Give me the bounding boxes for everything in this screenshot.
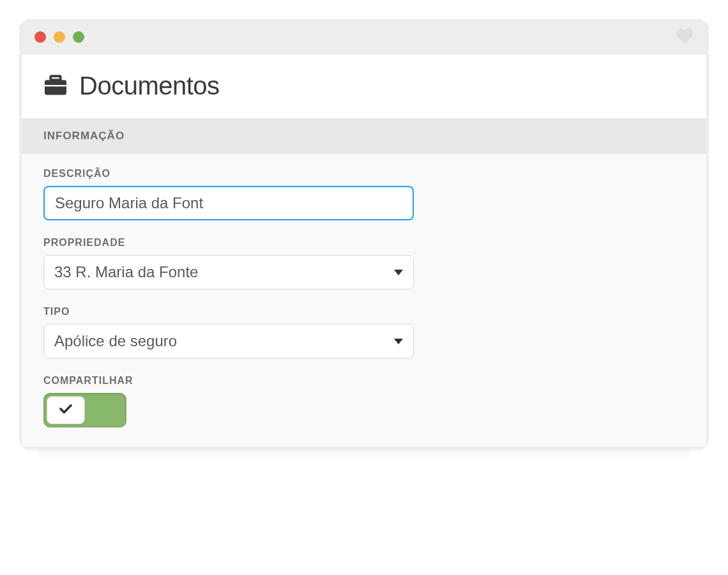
section-header: INFORMAÇÃO	[22, 118, 706, 154]
form-panel: INFORMAÇÃO DESCRIÇÃO PROPRIEDADE 33 R. M…	[22, 118, 706, 447]
form-body: DESCRIÇÃO PROPRIEDADE 33 R. Maria da Fon…	[22, 154, 706, 447]
close-window-button[interactable]	[34, 31, 46, 43]
chevron-down-icon	[394, 339, 403, 344]
type-label: TIPO	[43, 306, 685, 318]
traffic-lights	[34, 31, 84, 43]
svg-rect-0	[45, 80, 66, 95]
type-selected-value: Apólice de seguro	[54, 332, 177, 350]
minimize-window-button[interactable]	[54, 31, 65, 43]
window-shadow	[38, 449, 690, 461]
form-group-description: DESCRIÇÃO	[43, 168, 685, 220]
briefcase-icon	[43, 74, 68, 98]
share-toggle[interactable]	[43, 393, 126, 427]
property-selected-value: 33 R. Maria da Fonte	[54, 263, 198, 281]
maximize-window-button[interactable]	[73, 31, 84, 43]
type-select[interactable]: Apólice de seguro	[43, 324, 414, 358]
content-area: Documentos INFORMAÇÃO DESCRIÇÃO PROPRIED…	[22, 55, 706, 447]
property-label: PROPRIEDADE	[43, 237, 685, 249]
window-titlebar	[19, 19, 709, 55]
description-label: DESCRIÇÃO	[43, 168, 685, 180]
toggle-handle	[47, 396, 85, 424]
share-label: COMPARTILHAR	[43, 375, 685, 387]
heart-icon[interactable]	[676, 27, 694, 47]
form-group-property: PROPRIEDADE 33 R. Maria da Fonte	[43, 237, 685, 289]
form-group-type: TIPO Apólice de seguro	[43, 306, 685, 358]
description-input[interactable]	[43, 186, 414, 220]
page-title: Documentos	[79, 72, 220, 100]
svg-rect-2	[43, 85, 67, 86]
property-select[interactable]: 33 R. Maria da Fonte	[43, 255, 414, 289]
form-group-share: COMPARTILHAR	[43, 375, 685, 427]
chevron-down-icon	[394, 270, 403, 275]
page-header: Documentos	[22, 55, 706, 118]
app-window: Documentos INFORMAÇÃO DESCRIÇÃO PROPRIED…	[19, 19, 709, 449]
check-icon	[59, 403, 73, 417]
svg-rect-1	[50, 76, 60, 80]
